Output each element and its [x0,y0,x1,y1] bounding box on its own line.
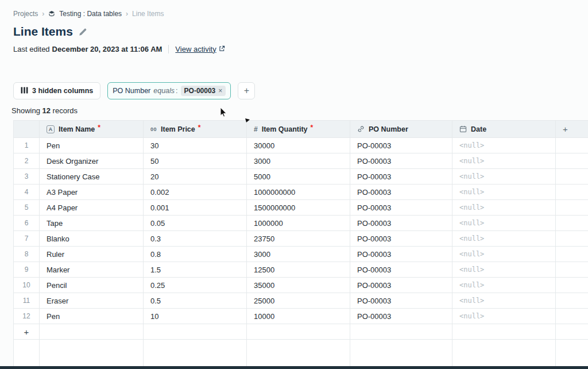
columns-icon [21,87,28,95]
data-table: A Item Name * 00 Item Price * # Item [13,120,588,367]
cell-item-price[interactable]: 50 [144,153,247,169]
breadcrumb-projects[interactable]: Projects [13,10,38,18]
cell-item-quantity[interactable]: 30000 [247,138,350,153]
filter-operator: equals [153,87,175,95]
cell-item-name[interactable]: Marker [40,262,144,278]
add-filter-button[interactable]: + [238,82,255,99]
cell-item-price[interactable]: 0.002 [144,184,247,200]
cell-date[interactable]: <null> [452,200,556,216]
cell-item-name[interactable]: Pen [40,309,144,324]
view-activity-link[interactable]: View activity [175,45,225,53]
cell-po-number[interactable]: PO-00003 [350,200,452,216]
cell-date[interactable]: <null> [452,231,556,247]
cell-item-price[interactable]: 0.05 [144,216,247,231]
cell-item-price[interactable]: 20 [144,169,247,184]
table-filler [14,340,588,367]
cell-po-number[interactable]: PO-00003 [350,184,452,200]
cell-item-name[interactable]: Eraser [40,293,144,309]
cell-date[interactable]: <null> [452,247,556,262]
cell-po-number[interactable]: PO-00003 [350,247,452,262]
cell-po-number[interactable]: PO-00003 [350,309,452,324]
cell-date[interactable]: <null> [452,216,556,231]
filter-chip[interactable]: PO Number equals : PO-00003 × [107,82,231,99]
cell-po-number[interactable]: PO-00003 [350,262,452,278]
row-number: 12 [14,309,40,324]
row-number: 6 [14,216,40,231]
cell-item-name[interactable]: Pencil [40,278,144,293]
row-number: 2 [14,153,40,169]
cell-item-quantity[interactable]: 5000 [247,169,350,184]
remove-filter-icon[interactable]: × [218,87,222,95]
cell-item-quantity[interactable]: 25000 [247,293,350,309]
cell-item-quantity[interactable]: 12500 [247,262,350,278]
table-row: 1Pen3030000PO-00003<null> [14,138,588,153]
cell-po-number[interactable]: PO-00003 [350,169,452,184]
cell-item-quantity[interactable]: 3000 [247,247,350,262]
cell-po-number[interactable]: PO-00003 [350,138,452,153]
row-number: 9 [14,262,40,278]
table-row: 4A3 Paper0.0021000000000PO-00003<null> [14,184,588,200]
cell-item-name[interactable]: Tape [40,216,144,231]
cell-item-price[interactable]: 1.5 [144,262,247,278]
add-column-button[interactable]: + [556,121,588,138]
add-row-button[interactable]: + [14,324,40,340]
cell-po-number[interactable]: PO-00003 [350,216,452,231]
cell-item-quantity[interactable]: 35000 [247,278,350,293]
column-header-date[interactable]: Date [452,121,556,138]
cell-po-number[interactable]: PO-00003 [350,278,452,293]
hidden-columns-label: 3 hidden columns [32,87,93,95]
empty-cell [556,231,588,247]
cell-item-name[interactable]: Blanko [40,231,144,247]
relationship-field-icon [357,125,365,133]
cell-item-price[interactable]: 0.5 [144,293,247,309]
hidden-columns-button[interactable]: 3 hidden columns [13,82,100,99]
cell-item-name[interactable]: Ruler [40,247,144,262]
edit-title-icon[interactable] [79,28,87,36]
cell-po-number[interactable]: PO-00003 [350,153,452,169]
cell-date[interactable]: <null> [452,184,556,200]
cell-item-quantity[interactable]: 1500000000 [247,200,350,216]
cell-item-price[interactable]: 0.8 [144,247,247,262]
cell-po-number[interactable]: PO-00003 [350,231,452,247]
cell-date[interactable]: <null> [452,153,556,169]
cell-item-price[interactable]: 30 [144,138,247,153]
cell-date[interactable]: <null> [452,293,556,309]
cell-date[interactable]: <null> [452,278,556,293]
row-number-header [14,121,40,138]
cell-item-price[interactable]: 0.001 [144,200,247,216]
required-marker: * [198,124,201,132]
row-number: 3 [14,169,40,184]
empty-cell [452,340,556,367]
cell-po-number[interactable]: PO-00003 [350,293,452,309]
cell-item-name[interactable]: Stationery Case [40,169,144,184]
table-row: 5A4 Paper0.0011500000000PO-00003<null> [14,200,588,216]
cell-date[interactable]: <null> [452,138,556,153]
cell-item-name[interactable]: A4 Paper [40,200,144,216]
breadcrumb-project[interactable]: Testing : Data tables [59,10,122,18]
page: Projects › Testing : Data tables › Line … [0,0,588,369]
cell-item-quantity[interactable]: 1000000 [247,216,350,231]
empty-cell [556,262,588,278]
table-row: 9Marker1.512500PO-00003<null> [14,262,588,278]
column-label: Date [471,125,486,133]
empty-cell [350,340,452,367]
column-header-item-quantity[interactable]: # Item Quantity * [247,121,350,138]
cell-item-price[interactable]: 0.3 [144,231,247,247]
cell-item-price[interactable]: 0.25 [144,278,247,293]
cell-date[interactable]: <null> [452,169,556,184]
cell-date[interactable]: <null> [452,309,556,324]
column-header-item-name[interactable]: A Item Name * [40,121,144,138]
empty-cell [556,138,588,153]
cell-item-name[interactable]: A3 Paper [40,184,144,200]
cell-item-quantity[interactable]: 10000 [247,309,350,324]
cell-item-price[interactable]: 10 [144,309,247,324]
last-edited: Last edited December 20, 2023 at 11:06 A… [13,44,588,53]
column-header-po-number[interactable]: PO Number [350,121,452,138]
cell-item-quantity[interactable]: 1000000000 [247,184,350,200]
column-header-item-price[interactable]: 00 Item Price * [144,121,247,138]
cell-item-name[interactable]: Desk Organizer [40,153,144,169]
cell-item-name[interactable]: Pen [40,138,144,153]
cell-date[interactable]: <null> [452,262,556,278]
cell-item-quantity[interactable]: 3000 [247,153,350,169]
cell-item-quantity[interactable]: 23750 [247,231,350,247]
